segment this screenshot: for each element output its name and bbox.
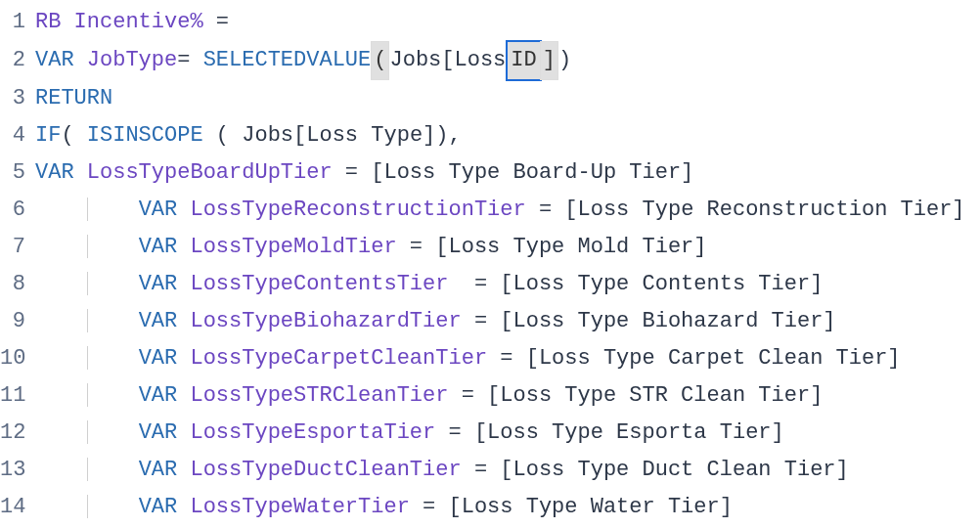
code-content[interactable]: VAR LossTypeBoardUpTier = [Loss Type Boa… [35, 154, 980, 192]
code-token: = [Loss Type Reconstruction Tier] [526, 198, 965, 222]
code-token: LossTypeDuctCleanTier [190, 458, 461, 482]
code-token [177, 383, 190, 408]
code-token: = [Loss Type Water Tier] [410, 495, 733, 519]
code-token: = [Loss Type Biohazard Tier] [462, 309, 836, 333]
dax-code-editor[interactable]: 1RB Incentive% =2VAR JobType= SELECTEDVA… [0, 4, 980, 526]
code-token: = [203, 10, 229, 34]
code-token: ( [61, 123, 86, 148]
code-token [177, 198, 190, 222]
code-token: LossTypeReconstructionTier [190, 198, 525, 222]
line-number: 9 [0, 303, 35, 340]
code-line[interactable]: 10 VAR LossTypeCarpetCleanTier = [Loss T… [0, 340, 980, 377]
code-token [177, 272, 190, 296]
code-content[interactable]: RB Incentive% = [35, 4, 980, 41]
code-line[interactable]: 9 VAR LossTypeBiohazardTier = [Loss Type… [0, 303, 980, 340]
code-token: = [177, 48, 202, 72]
line-number: 10 [0, 340, 35, 377]
line-number: 13 [0, 452, 35, 489]
code-token: = [Loss Type Board-Up Tier] [333, 160, 694, 185]
code-token: VAR [139, 235, 178, 259]
code-content[interactable]: VAR LossTypeSTRCleanTier = [Loss Type ST… [35, 377, 980, 415]
code-line[interactable]: 7 VAR LossTypeMoldTier = [Loss Type Mold… [0, 229, 980, 266]
text-cursor [571, 48, 573, 72]
line-number: 5 [0, 154, 35, 192]
code-content[interactable]: VAR LossTypeEsportaTier = [Loss Type Esp… [35, 415, 980, 452]
code-token: JobType [87, 48, 177, 72]
code-line[interactable]: 1RB Incentive% = [0, 4, 980, 41]
code-token: VAR [139, 420, 178, 445]
code-token: VAR [35, 160, 74, 185]
code-content[interactable]: VAR LossTypeWaterTier = [Loss Type Water… [35, 489, 980, 526]
code-token: IF [35, 123, 61, 148]
code-content[interactable]: RETURN [35, 80, 980, 117]
line-number: 14 [0, 489, 35, 526]
code-token [74, 160, 87, 185]
line-number: 12 [0, 415, 35, 452]
code-token: Jobs[Loss [389, 48, 506, 72]
code-token: ) [558, 48, 571, 72]
code-token: = [Loss Type Duct Clean Tier] [462, 458, 849, 482]
indent-guide [87, 495, 88, 518]
code-content[interactable]: VAR LossTypeMoldTier = [Loss Type Mold T… [35, 229, 980, 266]
line-number: 6 [0, 192, 35, 229]
code-token [177, 346, 190, 371]
code-content[interactable]: IF( ISINSCOPE ( Jobs[Loss Type]), [35, 117, 980, 154]
code-line[interactable]: 2VAR JobType= SELECTEDVALUE(Jobs[LossID]… [0, 41, 980, 80]
code-token: = [Loss Type Esporta Tier] [435, 420, 783, 445]
code-token [177, 309, 190, 333]
code-content[interactable]: VAR LossTypeContentsTier = [Loss Type Co… [35, 266, 980, 303]
code-line[interactable]: 13 VAR LossTypeDuctCleanTier = [Loss Typ… [0, 452, 980, 489]
code-token: VAR [139, 272, 178, 296]
code-content[interactable]: VAR JobType= SELECTEDVALUE(Jobs[LossID]) [35, 41, 980, 80]
code-line[interactable]: 4IF( ISINSCOPE ( Jobs[Loss Type]), [0, 117, 980, 154]
code-line[interactable]: 14 VAR LossTypeWaterTier = [Loss Type Wa… [0, 489, 980, 526]
indent-guide [87, 235, 88, 258]
code-token: ISINSCOPE [87, 123, 203, 148]
line-number: 1 [0, 4, 35, 41]
code-token: = [Loss Type STR Clean Tier] [448, 383, 823, 408]
code-token: RB Incentive% [35, 10, 203, 34]
code-token: LossTypeBiohazardTier [190, 309, 461, 333]
code-token: RETURN [35, 86, 112, 110]
line-number: 11 [0, 377, 35, 415]
indent-guide [87, 198, 88, 221]
code-content[interactable]: VAR LossTypeBiohazardTier = [Loss Type B… [35, 303, 980, 340]
code-line[interactable]: 12 VAR LossTypeEsportaTier = [Loss Type … [0, 415, 980, 452]
code-line[interactable]: 8 VAR LossTypeContentsTier = [Loss Type … [0, 266, 980, 303]
code-token [177, 420, 190, 445]
code-token: LossTypeSTRCleanTier [190, 383, 448, 408]
line-number: 4 [0, 117, 35, 154]
code-token: LossTypeBoardUpTier [87, 160, 333, 185]
code-line[interactable]: 6 VAR LossTypeReconstructionTier = [Loss… [0, 192, 980, 229]
code-token: ( Jobs[Loss Type]), [203, 123, 462, 148]
code-line[interactable]: 3RETURN [0, 80, 980, 117]
code-token: VAR [139, 458, 178, 482]
line-number: 7 [0, 229, 35, 266]
selected-token[interactable]: ID [508, 42, 539, 79]
line-number: 3 [0, 80, 35, 117]
code-token: VAR [35, 48, 74, 72]
indent-guide [87, 458, 88, 481]
indent-guide [87, 309, 88, 332]
code-token: = [Loss Type Carpet Clean Tier] [487, 346, 900, 371]
code-token: VAR [139, 198, 178, 222]
code-content[interactable]: VAR LossTypeDuctCleanTier = [Loss Type D… [35, 452, 980, 489]
code-token: LossTypeEsportaTier [190, 420, 435, 445]
code-content[interactable]: VAR LossTypeCarpetCleanTier = [Loss Type… [35, 340, 980, 377]
code-line[interactable]: 5VAR LossTypeBoardUpTier = [Loss Type Bo… [0, 154, 980, 192]
indent-guide [87, 383, 88, 407]
code-token [177, 458, 190, 482]
code-token: LossTypeContentsTier [190, 272, 448, 296]
indent-guide [87, 420, 88, 444]
code-token: LossTypeCarpetCleanTier [190, 346, 487, 371]
code-content[interactable]: VAR LossTypeReconstructionTier = [Loss T… [35, 192, 980, 229]
matched-bracket: ( [371, 41, 389, 80]
matched-bracket: ] [540, 41, 558, 80]
code-token: = [Loss Type Mold Tier] [397, 235, 707, 259]
code-token: VAR [139, 309, 178, 333]
code-token [177, 495, 190, 519]
code-token: VAR [139, 495, 178, 519]
code-token: VAR [139, 346, 178, 371]
code-line[interactable]: 11 VAR LossTypeSTRCleanTier = [Loss Type… [0, 377, 980, 415]
line-number: 8 [0, 266, 35, 303]
